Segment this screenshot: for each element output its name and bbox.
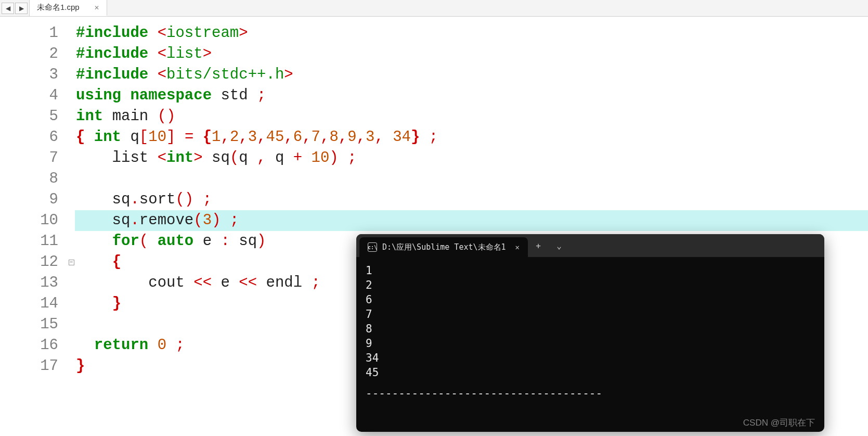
line-number: 4	[0, 85, 58, 106]
line-number: 15	[0, 314, 58, 335]
code-line[interactable]: sq.sort() ;	[75, 189, 868, 210]
line-number: 6	[0, 127, 58, 148]
line-number: 8	[0, 169, 58, 189]
terminal-separator: ------------------------------------	[366, 386, 815, 401]
new-tab-button[interactable]: +	[528, 234, 549, 257]
fold-toggle-icon[interactable]: −	[69, 260, 74, 265]
line-number: 16	[0, 335, 58, 356]
terminal-line: 8	[366, 322, 815, 336]
watermark: CSDN @司职在下	[743, 417, 815, 429]
editor-tab[interactable]: 未命名1.cpp ✕	[30, 0, 107, 16]
terminal-titlebar[interactable]: c:\ D:\应用\Sublime Text\未命名1 ✕ + ⌄	[356, 234, 824, 257]
terminal-icon: c:\	[368, 242, 377, 252]
code-line[interactable]	[75, 169, 868, 189]
terminal-window[interactable]: c:\ D:\应用\Sublime Text\未命名1 ✕ + ⌄ 126789…	[356, 234, 824, 432]
line-number: 7	[0, 148, 58, 169]
line-number: 14	[0, 293, 58, 314]
tab-next-button[interactable]: ▶	[15, 3, 28, 14]
tab-prev-button[interactable]: ◀	[2, 3, 14, 14]
code-line[interactable]: #include <list>	[75, 44, 868, 65]
line-number: 17	[0, 356, 58, 377]
fold-column: −	[68, 17, 75, 436]
terminal-tab[interactable]: c:\ D:\应用\Sublime Text\未命名1 ✕	[359, 237, 528, 257]
line-number: 13	[0, 273, 58, 293]
terminal-line: 6	[366, 292, 815, 307]
code-line[interactable]: #include <bits/stdc++.h>	[75, 65, 868, 85]
terminal-line: 34	[366, 351, 815, 365]
line-number-gutter: 1234567891011121314151617	[0, 17, 68, 436]
code-line[interactable]: list <int> sq(q , q + 10) ;	[75, 148, 868, 169]
line-number: 5	[0, 106, 58, 127]
line-number: 9	[0, 189, 58, 210]
code-line[interactable]: sq.remove(3) ;	[75, 210, 868, 231]
code-line[interactable]: using namespace std ;	[75, 85, 868, 106]
terminal-tab-close-icon[interactable]: ✕	[515, 243, 520, 251]
code-line[interactable]: int main ()	[75, 106, 868, 127]
tab-bar: ◀ ▶ 未命名1.cpp ✕	[0, 0, 868, 17]
terminal-line: 2	[366, 278, 815, 292]
terminal-line: 45	[366, 365, 815, 380]
tab-dropdown-button[interactable]: ⌄	[549, 234, 569, 257]
terminal-line: 7	[366, 307, 815, 322]
code-line[interactable]: { int q[10] = {1,2,3,45,6,7,8,9,3, 34} ;	[75, 127, 868, 148]
tab-close-icon[interactable]: ✕	[94, 4, 99, 11]
terminal-output[interactable]: 1267893445 -----------------------------…	[356, 257, 824, 432]
tab-nav: ◀ ▶	[0, 0, 30, 16]
line-number: 12	[0, 252, 58, 273]
tab-title: 未命名1.cpp	[37, 3, 80, 12]
line-number: 1	[0, 23, 58, 44]
code-line[interactable]: #include <iostream>	[75, 23, 868, 44]
line-number: 10	[0, 210, 58, 231]
line-number: 2	[0, 44, 58, 65]
terminal-line: 1	[366, 263, 815, 278]
terminal-tab-title: D:\应用\Sublime Text\未命名1	[382, 242, 506, 252]
line-number: 11	[0, 231, 58, 252]
terminal-line: 9	[366, 336, 815, 351]
line-number: 3	[0, 65, 58, 85]
